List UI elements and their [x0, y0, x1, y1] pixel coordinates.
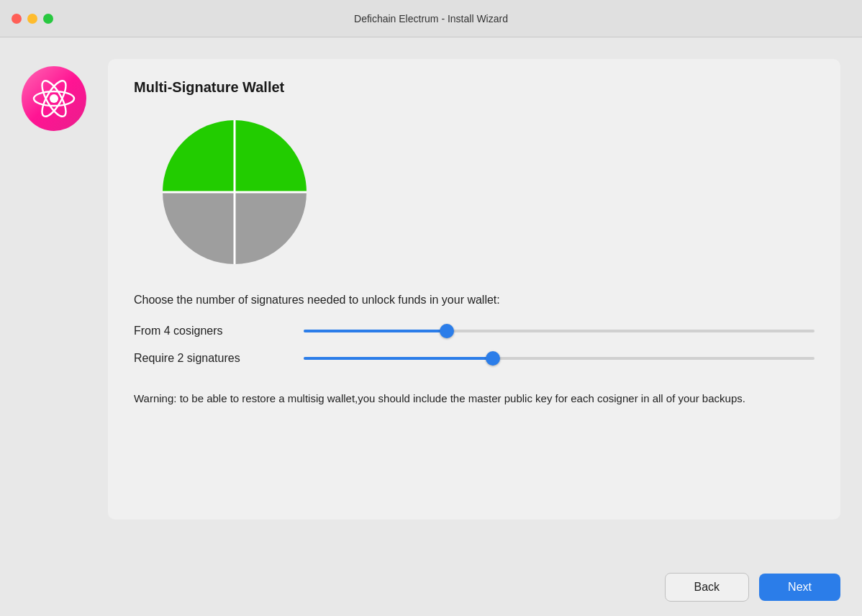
app-logo [22, 66, 86, 131]
title-bar: Defichain Electrum - Install Wizard [0, 0, 862, 37]
footer: Back Next [0, 561, 862, 616]
minimize-button[interactable] [27, 14, 37, 24]
svg-point-0 [50, 94, 58, 103]
logo-icon [31, 76, 77, 122]
maximize-button[interactable] [43, 14, 53, 24]
back-button[interactable]: Back [665, 573, 750, 602]
multisig-pie-chart [155, 113, 314, 271]
signatures-slider-thumb[interactable] [486, 351, 500, 366]
warning-text: Warning: to be able to restore a multisi… [134, 391, 815, 407]
cosigners-slider-row: From 4 cosigners [134, 325, 815, 338]
wizard-panel: Multi-Signature Wallet Choose the number… [108, 59, 840, 520]
signatures-slider-fill [304, 357, 493, 360]
logo-container [22, 66, 94, 138]
main-content: Multi-Signature Wallet Choose the number… [0, 37, 862, 561]
cosigners-slider-thumb[interactable] [440, 324, 454, 338]
cosigners-slider-fill [304, 330, 447, 332]
close-button[interactable] [12, 14, 22, 24]
signatures-slider-row: Require 2 signatures [134, 352, 815, 365]
cosigners-label: From 4 cosigners [134, 325, 292, 338]
window-controls [12, 14, 53, 24]
signatures-slider[interactable] [304, 357, 815, 360]
description-text: Choose the number of signatures needed t… [134, 291, 815, 309]
panel-title: Multi-Signature Wallet [134, 79, 815, 96]
next-button[interactable]: Next [759, 574, 840, 601]
cosigners-slider[interactable] [304, 330, 815, 332]
window-title: Defichain Electrum - Install Wizard [354, 13, 508, 24]
signatures-label: Require 2 signatures [134, 352, 292, 365]
chart-container [134, 113, 815, 271]
